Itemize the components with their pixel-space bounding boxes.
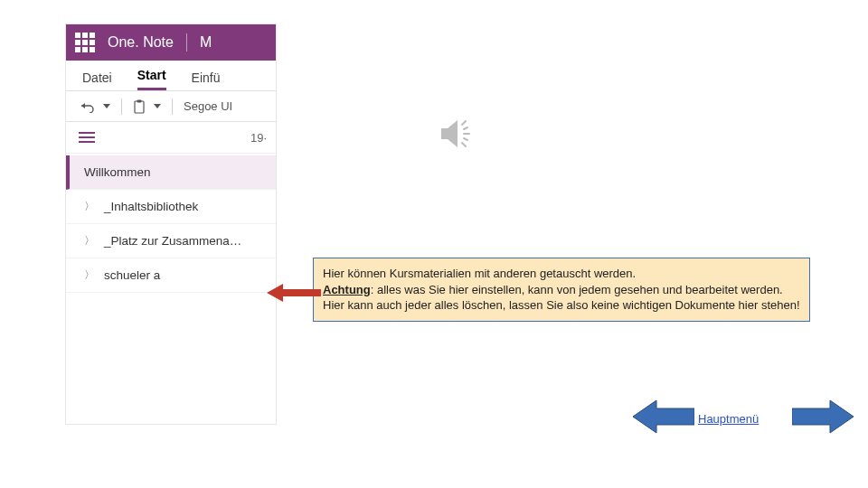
callout-achtung-label: Achtung	[323, 283, 371, 296]
clipboard-dropdown-icon[interactable]	[154, 104, 161, 108]
notebook-header: 19·	[66, 122, 276, 154]
notebook-letter: M	[200, 34, 212, 51]
ribbon-toolbar: Segoe UI	[66, 91, 276, 122]
arrow-red-icon	[267, 282, 321, 304]
section-label: _Inhaltsbibliothek	[104, 200, 198, 213]
main-menu-link[interactable]: Hauptmenü	[698, 412, 759, 426]
section-label: _Platz zur Zusammena…	[104, 234, 241, 248]
tab-datei[interactable]: Datei	[82, 70, 112, 90]
section-tab-icon	[65, 161, 68, 184]
section-list: Willkommen 〉 _Inhaltsbibliothek 〉 _Platz…	[66, 154, 276, 293]
tab-einfuegen[interactable]: Einfü	[192, 70, 221, 90]
toolbar-separator	[121, 99, 122, 115]
onenote-screenshot: One. Note M Datei Start Einfü Segoe UI 1…	[65, 23, 277, 425]
section-schueler-a[interactable]: 〉 schueler a	[66, 258, 276, 293]
svg-rect-0	[135, 101, 144, 113]
app-title: One. Note	[108, 34, 174, 51]
toolbar-separator-2	[172, 99, 173, 115]
title-separator	[186, 33, 187, 52]
svg-marker-9	[792, 400, 854, 433]
hamburger-icon[interactable]	[79, 132, 95, 143]
next-arrow-button[interactable]	[792, 398, 854, 436]
svg-line-2	[462, 121, 466, 125]
section-willkommen[interactable]: Willkommen	[66, 155, 276, 190]
section-platz-zusammenarbeit[interactable]: 〉 _Platz zur Zusammena…	[66, 224, 276, 258]
svg-marker-8	[633, 400, 694, 433]
svg-rect-1	[137, 99, 142, 102]
chevron-right-icon: 〉	[84, 233, 95, 249]
speaker-icon	[438, 116, 477, 152]
ribbon-tabs: Datei Start Einfü	[66, 61, 276, 91]
chevron-right-icon: 〉	[84, 267, 95, 283]
undo-dropdown-icon[interactable]	[103, 104, 110, 108]
callout-line1: Hier können Kursmaterialien mit anderen …	[323, 267, 636, 280]
svg-line-5	[464, 127, 467, 129]
callout-body: : alles was Sie hier einstellen, kann vo…	[323, 283, 800, 313]
svg-line-6	[464, 138, 467, 140]
app-launcher-icon[interactable]	[75, 33, 95, 52]
title-bar: One. Note M	[66, 24, 276, 61]
info-callout: Hier können Kursmaterialien mit anderen …	[313, 258, 810, 322]
section-label: Willkommen	[84, 165, 151, 179]
svg-line-4	[462, 143, 466, 146]
font-selector[interactable]: Segoe UI	[184, 99, 232, 113]
undo-icon[interactable]	[80, 100, 95, 113]
clipboard-icon[interactable]	[133, 99, 146, 114]
svg-marker-7	[267, 284, 321, 302]
section-label: schueler a	[104, 268, 160, 282]
prev-arrow-button[interactable]	[633, 398, 694, 436]
page-date: 19·	[250, 131, 267, 145]
section-inhaltsbibliothek[interactable]: 〉 _Inhaltsbibliothek	[66, 190, 276, 224]
chevron-right-icon: 〉	[84, 199, 95, 214]
tab-start[interactable]: Start	[137, 68, 166, 90]
